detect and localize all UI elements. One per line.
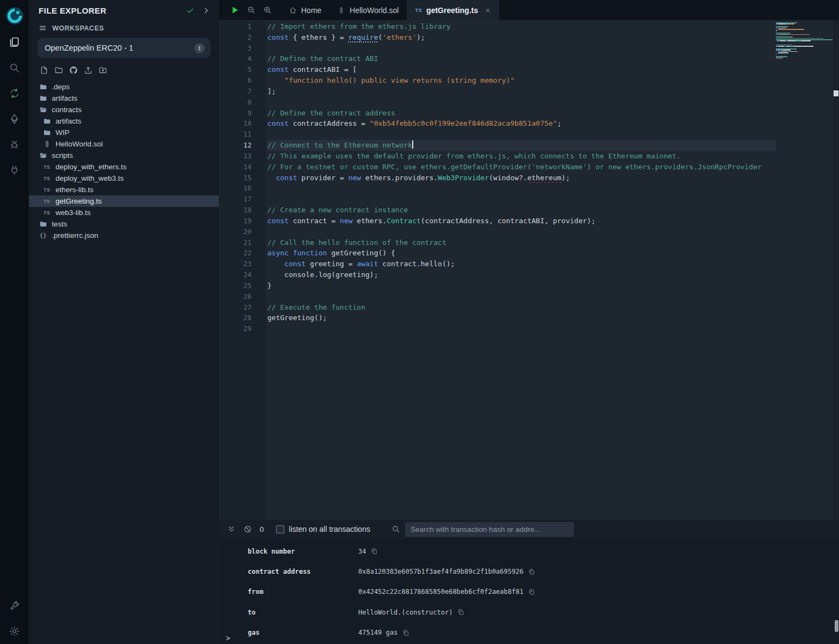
upload-folder-icon[interactable] (99, 66, 107, 75)
tx-detail-row-from: from0x42452c22c88178685850e68beb6cf0f2ae… (219, 582, 839, 602)
activity-tools-icon[interactable] (0, 593, 29, 618)
tree-item-scripts[interactable]: scripts (29, 150, 219, 161)
copy-icon[interactable] (528, 568, 535, 575)
tree-item-wip[interactable]: WIP (29, 127, 219, 138)
tree-item-web3-lib-ts[interactable]: TSweb3-lib.ts (29, 207, 219, 218)
editor-controls (219, 0, 281, 20)
line-number: 23 (219, 259, 266, 269)
code-line-14: // For a testnet or custom RPC, use ethe… (267, 162, 776, 173)
editor-scrollbar[interactable] (833, 20, 839, 520)
activity-deploy-and-run-icon[interactable] (0, 106, 29, 132)
activity-plugin-manager-icon[interactable] (0, 157, 29, 183)
tree-item-deps[interactable]: .deps (29, 81, 219, 93)
line-number: 13 (219, 151, 266, 162)
run-script-icon[interactable] (230, 5, 240, 15)
line-number: 16 (219, 183, 266, 194)
code-line-1: // Import ethers from the ethers.js libr… (267, 21, 776, 32)
line-number: 24 (219, 269, 266, 280)
tree-item-deploy-with-ethers-ts[interactable]: TSdeploy_with_ethers.ts (29, 161, 219, 173)
code-line-29 (267, 323, 776, 334)
listen-checkbox[interactable] (276, 525, 284, 533)
code-lines[interactable]: // Import ethers from the ethers.js libr… (267, 21, 776, 334)
new-folder-icon[interactable] (54, 66, 63, 75)
line-number: 5 (219, 64, 266, 75)
tab-home[interactable]: Home (281, 0, 329, 20)
search-icon (391, 525, 400, 533)
activity-settings-icon[interactable] (0, 618, 29, 644)
copy-icon[interactable] (528, 588, 535, 596)
close-tab-icon[interactable] (485, 7, 491, 14)
tabs: HomeHelloWorld.solTSgetGreeting.ts (281, 0, 499, 20)
code-line-27: // Execute the function (267, 302, 776, 313)
tree-item-contracts[interactable]: contracts (29, 104, 219, 115)
activity-search-icon[interactable] (0, 55, 29, 81)
remix-ide: FILE EXPLORER WORKSPACES OpenZeppelin ER… (0, 0, 839, 644)
zoom-in-icon[interactable] (263, 5, 272, 15)
terminal-search-input[interactable] (405, 522, 574, 537)
tx-detail-row-to: toHelloWorld.(constructor) (219, 602, 839, 622)
line-number: 18 (219, 205, 266, 216)
file-label: web3-lib.ts (56, 208, 91, 217)
activity-file-explorer-icon[interactable] (0, 29, 29, 55)
tab-helloworld-sol[interactable]: HelloWorld.sol (329, 0, 407, 20)
explorer-toolbar (29, 58, 219, 79)
workspace-selector[interactable]: OpenZeppelin ERC20 - 1 (38, 38, 210, 58)
tx-detail-label: gas (248, 629, 358, 636)
tree-item-getgreeting-ts[interactable]: TSgetGreeting.ts (29, 195, 219, 207)
panel-title: FILE EXPLORER (39, 6, 179, 15)
activity-solidity-compiler-icon[interactable] (0, 81, 29, 106)
code-line-5: const contractABI = [ (267, 64, 776, 75)
tree-item-artifacts[interactable]: artifacts (29, 115, 219, 127)
tree-item-prettierrc-json[interactable]: {}.prettierrc.json (29, 230, 219, 241)
tx-detail-value: 34 (358, 548, 366, 555)
tx-detail-value: HelloWorld.(constructor) (358, 609, 452, 616)
tree-item-deploy-with-web3-ts[interactable]: TSdeploy_with_web3.ts (29, 173, 219, 184)
code-line-2: const { ethers } = require('ethers'); (267, 32, 776, 43)
code-line-26 (267, 291, 776, 302)
tx-detail-value: 475149 gas (358, 629, 397, 636)
code-editor[interactable]: 1234567891011121314151617181920212223242… (219, 20, 839, 520)
activity-debugger-icon[interactable] (0, 132, 29, 157)
collapse-terminal-icon[interactable] (227, 525, 236, 533)
workspace-switch-icon[interactable] (194, 43, 205, 53)
minimap[interactable] (776, 22, 833, 60)
zoom-out-icon[interactable] (247, 5, 256, 15)
gutter: 1234567891011121314151617181920212223242… (219, 21, 266, 520)
github-clone-icon[interactable] (69, 66, 78, 75)
tree-item-ethers-lib-ts[interactable]: TSethers-lib.ts (29, 184, 219, 195)
typescript-file-icon: TS (415, 7, 422, 13)
activity-remix-logo-icon[interactable] (0, 2, 29, 29)
terminal-prompt[interactable]: > (226, 634, 230, 642)
terminal-scrollbar-thumb[interactable] (835, 620, 838, 632)
line-number: 19 (219, 216, 266, 226)
tree-item-artifacts[interactable]: artifacts (29, 93, 219, 104)
transaction-details: block number34contract address0x8a120383… (219, 538, 839, 643)
accept-check-icon[interactable] (186, 7, 194, 15)
editor-scrollbar-thumb[interactable] (834, 90, 838, 96)
tx-detail-label: to (248, 609, 358, 616)
copy-icon[interactable] (371, 548, 378, 555)
tab-getgreeting-ts[interactable]: TSgetGreeting.ts (407, 0, 499, 20)
clear-console-icon[interactable] (243, 525, 252, 533)
copy-icon[interactable] (402, 629, 409, 636)
workspaces-menu-icon[interactable] (39, 24, 47, 32)
new-file-icon[interactable] (40, 66, 48, 75)
workspaces-label: WORKSPACES (52, 24, 104, 32)
copy-icon[interactable] (457, 609, 464, 616)
line-number: 12 (219, 140, 266, 151)
tree-item-tests[interactable]: tests (29, 218, 219, 230)
folder-open-icon (39, 151, 47, 160)
terminal-toolbar: 0 listen on all transactions (219, 520, 839, 538)
listen-label[interactable]: listen on all transactions (289, 525, 370, 533)
tx-detail-value: 0x8a120383e6057b1f3aef4fa9b89c2f1b0a6959… (358, 568, 523, 575)
tree-item-helloworld-sol[interactable]: HelloWorld.sol (29, 138, 219, 150)
code-line-15: const provider = new ethers.providers.We… (267, 173, 776, 183)
transaction-count: 0 (260, 525, 264, 533)
typescript-file-icon: TS (42, 199, 51, 204)
line-number: 28 (219, 312, 266, 323)
upload-file-icon[interactable] (84, 66, 93, 75)
tab-bar: HomeHelloWorld.solTSgetGreeting.ts (219, 0, 839, 20)
code-line-6: "function hello() public view returns (s… (267, 75, 776, 86)
code-line-4: // Define the contract ABI (267, 53, 776, 64)
expand-panel-icon[interactable] (202, 7, 210, 15)
